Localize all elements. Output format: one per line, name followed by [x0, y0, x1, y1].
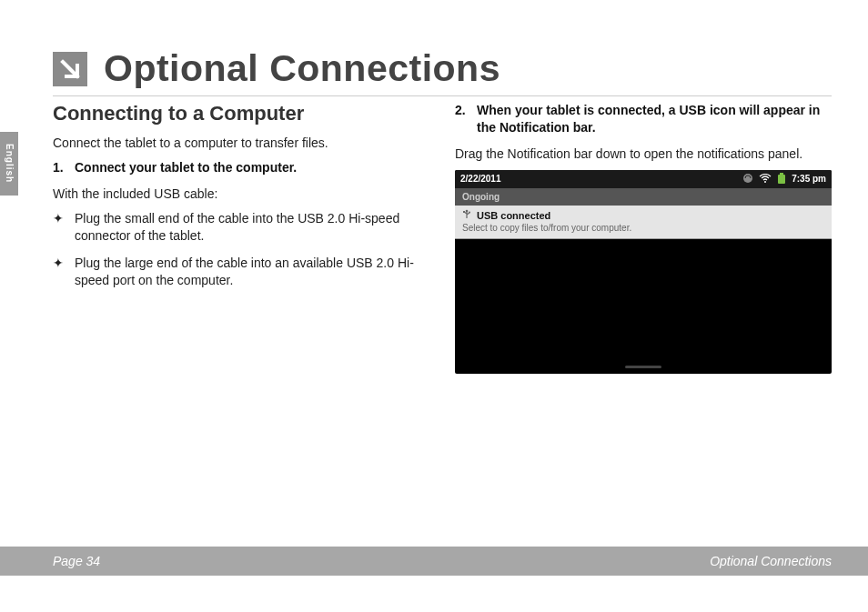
bullet-icon: ✦: [53, 255, 75, 289]
usb-icon: [462, 209, 471, 222]
wifi-icon: [759, 174, 772, 185]
step-1: 1. Connect your tablet to the computer.: [53, 159, 429, 176]
svg-point-1: [764, 181, 766, 183]
bullet-text: Plug the large end of the cable into an …: [75, 255, 429, 289]
notification-panel: Ongoing USB connected Select to copy fil…: [455, 188, 832, 239]
bullet-list: ✦ Plug the small end of the cable into t…: [53, 210, 429, 290]
list-item: ✦ Plug the small end of the cable into t…: [53, 210, 429, 245]
page-title: Optional Connections: [104, 47, 500, 90]
bullet-text: Plug the small end of the cable into the…: [75, 210, 429, 245]
intro-text: Connect the tablet to a computer to tran…: [53, 135, 429, 152]
notification-title-row: USB connected: [462, 209, 824, 222]
bullet-icon: ✦: [53, 210, 75, 245]
tablet-screenshot: 2/22/2011 7:35 pm: [455, 170, 832, 374]
footer-section-title: Optional Connections: [710, 554, 832, 568]
right-column: 2. When your tablet is connected, a USB …: [455, 102, 832, 374]
notification-subtitle: Select to copy files to/from your comput…: [462, 223, 824, 233]
page-footer: Page 34 Optional Connections: [0, 547, 868, 576]
usb-intro: With the included USB cable:: [53, 186, 429, 203]
usb-notification: USB connected Select to copy files to/fr…: [455, 206, 832, 239]
step-number: 1.: [53, 159, 75, 176]
sync-icon: [742, 173, 753, 186]
language-tab: English: [0, 132, 18, 196]
status-date: 2/22/2011: [460, 174, 501, 184]
step-text: Connect your tablet to the computer.: [75, 159, 429, 176]
manual-page: English Optional Connections Connecting …: [0, 0, 868, 612]
footer-page-number: Page 34: [53, 554, 100, 568]
svg-rect-3: [780, 173, 783, 175]
ongoing-header: Ongoing: [455, 188, 832, 206]
drag-instruction: Drag the Notification bar down to open t…: [455, 145, 832, 163]
content-columns: Connecting to a Computer Connect the tab…: [53, 102, 832, 374]
svg-rect-5: [463, 211, 465, 213]
panel-handle-icon: [625, 366, 661, 368]
left-column: Connecting to a Computer Connect the tab…: [53, 102, 429, 374]
svg-rect-2: [778, 175, 785, 184]
svg-point-6: [469, 211, 470, 213]
arrow-down-right-icon: [53, 52, 87, 86]
list-item: ✦ Plug the large end of the cable into a…: [53, 255, 429, 289]
status-icons: 7:35 pm: [742, 173, 826, 186]
page-header: Optional Connections: [53, 47, 832, 96]
status-bar: 2/22/2011 7:35 pm: [455, 170, 832, 188]
notification-title: USB connected: [477, 210, 550, 221]
step-number: 2.: [455, 102, 477, 136]
battery-icon: [777, 173, 786, 186]
subheading: Connecting to a Computer: [53, 102, 429, 125]
step-text: When your tablet is connected, a USB ico…: [477, 102, 832, 136]
status-time: 7:35 pm: [792, 174, 826, 184]
step-2: 2. When your tablet is connected, a USB …: [455, 102, 832, 136]
